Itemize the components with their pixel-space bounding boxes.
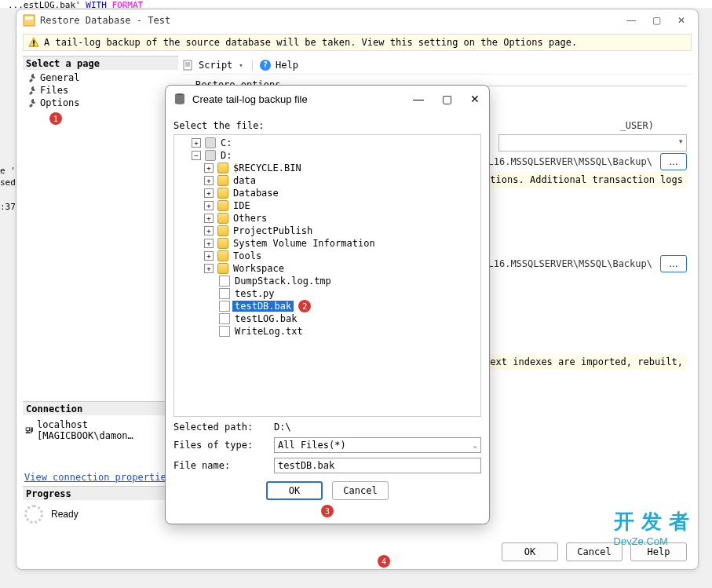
- create-tail-log-backup-dialog: Create tail-log backup file — ▢ ✕ Select…: [165, 85, 490, 524]
- tree-node-label: ProjectPublish: [231, 225, 315, 236]
- page-label: Files: [40, 85, 68, 96]
- svg-rect-1: [33, 40, 35, 43]
- expand-icon[interactable]: +: [204, 264, 214, 273]
- tree-node[interactable]: +System Volume Information: [174, 237, 480, 250]
- close-button[interactable]: ✕: [469, 93, 481, 105]
- expand-icon[interactable]: +: [204, 176, 214, 185]
- expand-icon[interactable]: +: [204, 251, 214, 261]
- warning-banner: A tail-log backup of the source database…: [23, 34, 692, 51]
- tree-node[interactable]: test.py: [174, 287, 480, 300]
- folder-icon: [217, 238, 228, 249]
- browse-button[interactable]: …: [660, 255, 687, 272]
- tree-node-label: C:: [218, 137, 234, 148]
- page-item-general[interactable]: General: [27, 71, 178, 84]
- expand-icon[interactable]: +: [204, 201, 214, 210]
- tree-node[interactable]: +Tools: [174, 250, 480, 262]
- database-icon: [173, 93, 186, 105]
- cancel-button[interactable]: Cancel: [332, 481, 389, 500]
- tree-spacer: [204, 327, 215, 336]
- script-button[interactable]: Script: [199, 60, 232, 71]
- folder-icon: [217, 213, 228, 224]
- files-of-type-label: Files of type:: [173, 440, 268, 451]
- maximize-button[interactable]: ▢: [440, 93, 453, 105]
- tree-node[interactable]: DumpStack.log.tmp: [174, 275, 480, 287]
- file-icon: [219, 301, 230, 312]
- tree-node[interactable]: +C:: [174, 137, 480, 149]
- tree-node-label: D:: [218, 150, 234, 161]
- tree-node[interactable]: testDB.bak2: [174, 300, 480, 312]
- tree-node-label: Workspace: [231, 263, 287, 274]
- tree-node[interactable]: −D:: [174, 149, 480, 162]
- select-page-header: Select a page: [23, 56, 178, 70]
- page-item-files[interactable]: Files: [27, 84, 178, 97]
- tree-spacer: [204, 301, 215, 311]
- tree-node-label: testLOG.bak: [232, 313, 299, 324]
- bg-dropdown[interactable]: ▾: [498, 134, 687, 152]
- tree-node-label: $RECYCLE.BIN: [231, 163, 304, 173]
- ok-button[interactable]: OK: [502, 542, 558, 561]
- expand-icon[interactable]: +: [204, 214, 214, 223]
- app-icon: [23, 14, 35, 27]
- tree-node[interactable]: WriteLog.txt: [174, 325, 480, 338]
- tree-node[interactable]: +Database: [174, 187, 480, 199]
- toolbar: Script ▾ | ? Help: [181, 56, 692, 75]
- svg-rect-2: [33, 45, 35, 46]
- progress-spinner-icon: [24, 505, 43, 524]
- collapse-icon[interactable]: −: [192, 151, 201, 160]
- files-of-type-select[interactable]: All Files(*) ⌄: [274, 437, 481, 453]
- tree-node[interactable]: testLOG.bak: [174, 312, 480, 325]
- window-title: Restore Database - Test: [40, 15, 626, 26]
- tree-node-label: WriteLog.txt: [232, 326, 305, 337]
- expand-icon[interactable]: +: [204, 239, 214, 248]
- drive-icon: [205, 150, 216, 161]
- close-button[interactable]: ✕: [676, 15, 687, 26]
- tree-node[interactable]: +IDE: [174, 199, 480, 212]
- tree-node-label: test.py: [232, 288, 277, 299]
- svg-rect-3: [184, 60, 192, 70]
- folder-icon: [217, 175, 228, 186]
- file-name-input[interactable]: [274, 458, 481, 473]
- expand-icon[interactable]: +: [204, 226, 214, 236]
- minimize-button[interactable]: —: [626, 15, 637, 26]
- minimize-button[interactable]: —: [412, 93, 425, 105]
- tree-node[interactable]: +$RECYCLE.BIN: [174, 162, 480, 174]
- tree-node[interactable]: +Workspace: [174, 262, 480, 275]
- maximize-button[interactable]: ▢: [651, 15, 662, 26]
- script-icon: [183, 60, 194, 71]
- tree-node[interactable]: +data: [174, 174, 480, 187]
- tree-node[interactable]: +Others: [174, 212, 480, 225]
- expand-icon[interactable]: +: [192, 138, 201, 148]
- tree-node-label: data: [231, 175, 258, 186]
- selected-path-value: D:\: [274, 422, 481, 433]
- browse-button[interactable]: …: [660, 153, 687, 170]
- wrench-icon: [27, 86, 37, 95]
- annotation-badge-1: 1: [49, 112, 62, 125]
- help-button[interactable]: Help: [276, 60, 298, 71]
- file-tree[interactable]: +C:−D:+$RECYCLE.BIN+data+Database+IDE+Ot…: [173, 134, 481, 417]
- file-icon: [219, 326, 230, 337]
- tree-spacer: [204, 289, 215, 298]
- server-icon: 🖳: [24, 425, 34, 436]
- view-connection-properties-link[interactable]: View connection properties: [24, 472, 172, 483]
- dialog-title: Create tail-log backup file: [192, 93, 412, 105]
- select-file-label: Select the file:: [173, 120, 481, 131]
- file-icon: [219, 313, 230, 324]
- tree-node[interactable]: +ProjectPublish: [174, 225, 480, 237]
- folder-icon: [217, 188, 228, 199]
- warning-icon: [28, 37, 39, 48]
- file-icon: [219, 288, 230, 299]
- folder-icon: [217, 225, 228, 236]
- ok-button[interactable]: OK: [266, 481, 323, 500]
- messages-fragment: e 'T sed :37:: [0, 165, 16, 228]
- page-item-options[interactable]: Options: [27, 97, 178, 109]
- expand-icon[interactable]: +: [204, 188, 214, 198]
- bg-text: _USER): [620, 120, 654, 131]
- script-dropdown[interactable]: ▾: [237, 61, 244, 69]
- wrench-icon: [27, 98, 37, 108]
- tree-spacer: [204, 276, 215, 286]
- tree-node-label: System Volume Information: [231, 238, 378, 249]
- tree-node-label: Tools: [231, 250, 264, 261]
- expand-icon[interactable]: +: [204, 163, 214, 173]
- tree-node-label: IDE: [231, 200, 253, 211]
- editor-strip: ...estLOG.bak' WITH FORMAT: [0, 0, 712, 8]
